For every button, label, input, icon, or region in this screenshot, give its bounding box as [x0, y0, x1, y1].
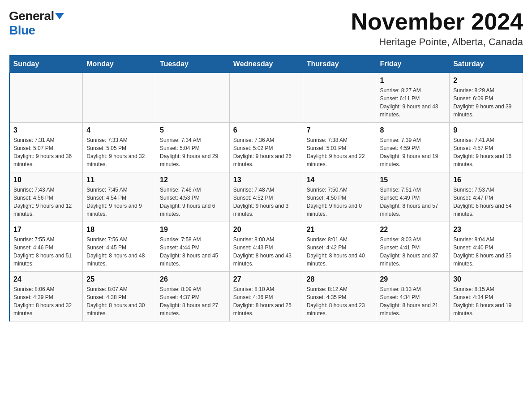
- day-cell: 4Sunrise: 7:33 AM Sunset: 5:05 PM Daylig…: [83, 123, 156, 172]
- day-cell: 23Sunrise: 8:04 AM Sunset: 4:40 PM Dayli…: [450, 222, 523, 272]
- day-cell: 25Sunrise: 8:07 AM Sunset: 4:38 PM Dayli…: [83, 272, 156, 321]
- day-number: 29: [380, 275, 446, 283]
- day-cell: 6Sunrise: 7:36 AM Sunset: 5:02 PM Daylig…: [229, 123, 303, 172]
- day-number: 30: [453, 275, 519, 283]
- day-number: 21: [307, 226, 373, 234]
- day-info: Sunrise: 7:53 AM Sunset: 4:47 PM Dayligh…: [453, 186, 519, 218]
- day-cell: 13Sunrise: 7:48 AM Sunset: 4:52 PM Dayli…: [229, 172, 303, 222]
- day-info: Sunrise: 8:03 AM Sunset: 4:41 PM Dayligh…: [380, 235, 446, 268]
- day-number: 12: [160, 176, 226, 184]
- day-cell: 1Sunrise: 8:27 AM Sunset: 6:11 PM Daylig…: [376, 73, 450, 123]
- day-info: Sunrise: 7:58 AM Sunset: 4:44 PM Dayligh…: [160, 235, 226, 268]
- day-number: 18: [86, 226, 152, 234]
- weekday-header-row: SundayMondayTuesdayWednesdayThursdayFrid…: [9, 56, 523, 73]
- weekday-header-thursday: Thursday: [303, 56, 376, 73]
- day-number: 25: [86, 275, 152, 283]
- day-number: 2: [453, 77, 519, 85]
- day-cell: 22Sunrise: 8:03 AM Sunset: 4:41 PM Dayli…: [376, 222, 450, 272]
- day-number: 13: [233, 176, 299, 184]
- weekday-header-tuesday: Tuesday: [156, 56, 230, 73]
- day-info: Sunrise: 7:46 AM Sunset: 4:53 PM Dayligh…: [160, 186, 226, 218]
- weekday-header-wednesday: Wednesday: [229, 56, 303, 73]
- day-info: Sunrise: 8:01 AM Sunset: 4:42 PM Dayligh…: [307, 235, 373, 268]
- day-cell: 9Sunrise: 7:41 AM Sunset: 4:57 PM Daylig…: [450, 123, 523, 172]
- day-number: 22: [380, 226, 446, 234]
- day-cell: [83, 73, 156, 123]
- weekday-header-saturday: Saturday: [450, 56, 523, 73]
- day-info: Sunrise: 8:07 AM Sunset: 4:38 PM Dayligh…: [86, 285, 152, 317]
- page-header: General Blue November 2024 Heritage Poin…: [9, 9, 523, 48]
- day-info: Sunrise: 7:34 AM Sunset: 5:04 PM Dayligh…: [160, 136, 226, 168]
- day-info: Sunrise: 8:27 AM Sunset: 6:11 PM Dayligh…: [380, 86, 446, 119]
- day-info: Sunrise: 7:45 AM Sunset: 4:54 PM Dayligh…: [86, 186, 152, 218]
- calendar-table: SundayMondayTuesdayWednesdayThursdayFrid…: [9, 55, 523, 321]
- day-number: 26: [160, 275, 226, 283]
- day-info: Sunrise: 8:13 AM Sunset: 4:34 PM Dayligh…: [380, 285, 446, 317]
- day-number: 6: [233, 126, 299, 134]
- week-row-2: 3Sunrise: 7:31 AM Sunset: 5:07 PM Daylig…: [9, 123, 523, 172]
- day-number: 28: [307, 275, 373, 283]
- day-number: 16: [453, 176, 519, 184]
- logo-general: General: [9, 9, 54, 23]
- day-cell: 30Sunrise: 8:15 AM Sunset: 4:34 PM Dayli…: [450, 272, 523, 321]
- logo-blue: Blue: [9, 23, 35, 38]
- day-number: 27: [233, 275, 299, 283]
- day-info: Sunrise: 8:12 AM Sunset: 4:35 PM Dayligh…: [307, 285, 373, 317]
- location-subtitle: Heritage Pointe, Alberta, Canada: [351, 36, 523, 48]
- day-number: 15: [380, 176, 446, 184]
- day-info: Sunrise: 8:09 AM Sunset: 4:37 PM Dayligh…: [160, 285, 226, 317]
- day-cell: 11Sunrise: 7:45 AM Sunset: 4:54 PM Dayli…: [83, 172, 156, 222]
- day-cell: 20Sunrise: 8:00 AM Sunset: 4:43 PM Dayli…: [229, 222, 303, 272]
- weekday-header-friday: Friday: [376, 56, 450, 73]
- day-number: 4: [86, 126, 152, 134]
- day-info: Sunrise: 7:39 AM Sunset: 4:59 PM Dayligh…: [380, 136, 446, 168]
- day-number: 11: [86, 176, 152, 184]
- day-cell: 8Sunrise: 7:39 AM Sunset: 4:59 PM Daylig…: [376, 123, 450, 172]
- week-row-1: 1Sunrise: 8:27 AM Sunset: 6:11 PM Daylig…: [9, 73, 523, 123]
- month-year-title: November 2024: [351, 9, 523, 34]
- day-number: 24: [13, 275, 79, 283]
- day-cell: 27Sunrise: 8:10 AM Sunset: 4:36 PM Dayli…: [229, 272, 303, 321]
- day-info: Sunrise: 7:51 AM Sunset: 4:49 PM Dayligh…: [380, 186, 446, 218]
- week-row-5: 24Sunrise: 8:06 AM Sunset: 4:39 PM Dayli…: [9, 272, 523, 321]
- day-cell: 5Sunrise: 7:34 AM Sunset: 5:04 PM Daylig…: [156, 123, 230, 172]
- day-info: Sunrise: 7:48 AM Sunset: 4:52 PM Dayligh…: [233, 186, 299, 218]
- day-info: Sunrise: 7:31 AM Sunset: 5:07 PM Dayligh…: [13, 136, 79, 168]
- day-cell: 16Sunrise: 7:53 AM Sunset: 4:47 PM Dayli…: [450, 172, 523, 222]
- day-info: Sunrise: 7:56 AM Sunset: 4:45 PM Dayligh…: [86, 235, 152, 268]
- day-info: Sunrise: 8:29 AM Sunset: 6:09 PM Dayligh…: [453, 86, 519, 119]
- day-cell: 2Sunrise: 8:29 AM Sunset: 6:09 PM Daylig…: [450, 73, 523, 123]
- day-number: 5: [160, 126, 226, 134]
- day-number: 1: [380, 77, 446, 85]
- day-cell: 3Sunrise: 7:31 AM Sunset: 5:07 PM Daylig…: [9, 123, 83, 172]
- day-cell: 19Sunrise: 7:58 AM Sunset: 4:44 PM Dayli…: [156, 222, 230, 272]
- day-number: 8: [380, 126, 446, 134]
- day-cell: 18Sunrise: 7:56 AM Sunset: 4:45 PM Dayli…: [83, 222, 156, 272]
- day-info: Sunrise: 7:38 AM Sunset: 5:01 PM Dayligh…: [307, 136, 373, 168]
- logo-triangle-icon: [55, 13, 64, 19]
- day-cell: [229, 73, 303, 123]
- day-number: 9: [453, 126, 519, 134]
- day-number: 23: [453, 226, 519, 234]
- day-info: Sunrise: 7:33 AM Sunset: 5:05 PM Dayligh…: [86, 136, 152, 168]
- day-info: Sunrise: 7:55 AM Sunset: 4:46 PM Dayligh…: [13, 235, 79, 268]
- day-cell: [9, 73, 83, 123]
- weekday-header-sunday: Sunday: [9, 56, 83, 73]
- day-info: Sunrise: 7:41 AM Sunset: 4:57 PM Dayligh…: [453, 136, 519, 168]
- day-cell: 15Sunrise: 7:51 AM Sunset: 4:49 PM Dayli…: [376, 172, 450, 222]
- day-info: Sunrise: 7:50 AM Sunset: 4:50 PM Dayligh…: [307, 186, 373, 218]
- logo: General Blue: [9, 9, 64, 38]
- title-section: November 2024 Heritage Pointe, Alberta, …: [351, 9, 523, 48]
- day-number: 17: [13, 226, 79, 234]
- day-info: Sunrise: 7:43 AM Sunset: 4:56 PM Dayligh…: [13, 186, 79, 218]
- day-number: 3: [13, 126, 79, 134]
- day-cell: 21Sunrise: 8:01 AM Sunset: 4:42 PM Dayli…: [303, 222, 376, 272]
- day-info: Sunrise: 8:04 AM Sunset: 4:40 PM Dayligh…: [453, 235, 519, 268]
- day-number: 10: [13, 176, 79, 184]
- week-row-4: 17Sunrise: 7:55 AM Sunset: 4:46 PM Dayli…: [9, 222, 523, 272]
- day-info: Sunrise: 8:10 AM Sunset: 4:36 PM Dayligh…: [233, 285, 299, 317]
- day-number: 20: [233, 226, 299, 234]
- day-number: 14: [307, 176, 373, 184]
- day-cell: 28Sunrise: 8:12 AM Sunset: 4:35 PM Dayli…: [303, 272, 376, 321]
- day-cell: 17Sunrise: 7:55 AM Sunset: 4:46 PM Dayli…: [9, 222, 83, 272]
